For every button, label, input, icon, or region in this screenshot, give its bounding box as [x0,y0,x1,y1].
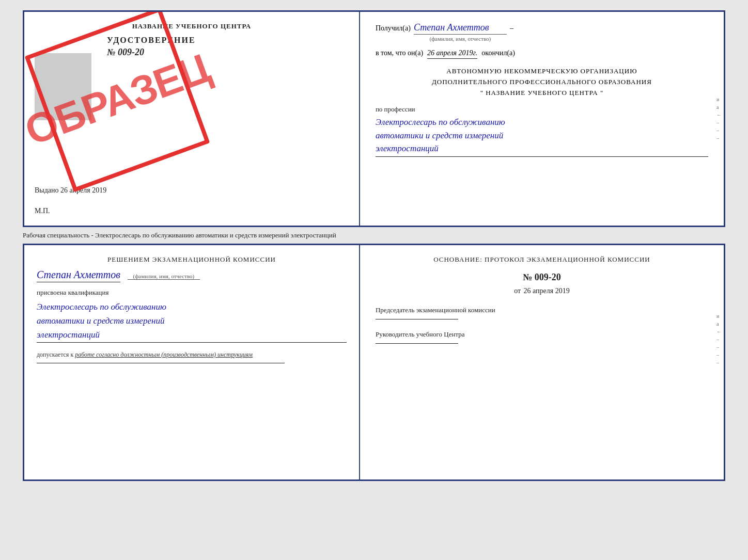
org-line2: ДОПОЛНИТЕЛЬНОГО ПРОФЕССИОНАЛЬНОГО ОБРАЗО… [376,77,708,88]
allowed-block: допускается к работе согласно должностны… [37,351,347,359]
qualification-label: присвоена квалификация [37,289,347,297]
bottom-right-panel: Основание: протокол экзаменационной коми… [360,245,724,479]
protocol-date-prefix: от [514,287,521,295]
protocol-date-value: 26 апреля 2019 [524,287,570,295]
basis-title: Основание: протокол экзаменационной коми… [376,255,708,264]
date-value: 26 апреля 2019г. [427,49,477,59]
person-name-block: Степан Ахметтов (фамилия, имя, отчество) [37,269,347,283]
fio-label-top: (фамилия, имя, отчество) [414,36,507,42]
top-right-panel: Получил(а) Степан Ахметтов (фамилия, имя… [360,12,724,226]
side-marks-bottom: и а ← – – – – [716,313,724,365]
issued-label: Выдано [35,186,59,194]
org-line3: " НАЗВАНИЕ УЧЕБНОГО ЦЕНТРА " [376,88,708,99]
top-document: НАЗВАНИЕ УЧЕБНОГО ЦЕНТРА УДОСТОВЕРЕНИЕ №… [23,10,725,227]
issued-line: Выдано 26 апреля 2019 [35,186,106,195]
top-left-panel: НАЗВАНИЕ УЧЕБНОГО ЦЕНТРА УДОСТОВЕРЕНИЕ №… [24,12,360,226]
org-line1: АВТОНОМНУЮ НЕКОММЕРЧЕСКУЮ ОРГАНИЗАЦИЮ [376,66,708,77]
mp-line: М.П. [35,207,50,215]
fio-label-bottom: (фамилия, имя, отчество) [128,273,200,280]
cert-title-block: УДОСТОВЕРЕНИЕ № 009-20 [107,36,349,58]
allowed-text: работе согласно должностным (производств… [75,351,253,358]
issued-date: 26 апреля 2019 [60,186,106,194]
document-container: НАЗВАНИЕ УЧЕБНОГО ЦЕНТРА УДОСТОВЕРЕНИЕ №… [23,10,725,481]
received-name: Степан Ахметтов [414,22,507,35]
profession-label: по профессии [376,105,708,114]
profession-line1: Электрослесарь по обслуживанию [376,116,708,129]
person-name-large: Степан Ахметтов [37,269,120,282]
qual-line3: электростанций [37,328,347,342]
profession-line3: электростанций [376,142,708,155]
received-line: Получил(а) Степан Ахметтов (фамилия, имя… [376,22,708,42]
profession-value: Электрослесарь по обслуживанию автоматик… [376,116,708,157]
separator-text: Рабочая специальность - Электрослесарь п… [23,227,725,244]
commission-title: Решением экзаменационной комиссии [37,255,347,264]
director-title: Руководитель учебного Центра [376,330,708,339]
protocol-date: от 26 апреля 2019 [376,287,708,295]
org-block: АВТОНОМНУЮ НЕКОММЕРЧЕСКУЮ ОРГАНИЗАЦИЮ ДО… [376,66,708,98]
allowed-prefix: допускается к [37,351,73,358]
qual-line2: автоматики и средств измерений [37,314,347,328]
bottom-document: Решением экзаменационной комиссии Степан… [23,244,725,481]
director-signature-line [376,343,458,344]
received-label: Получил(а) [376,24,411,33]
cert-number: № 009-20 [107,47,349,58]
date-suffix: окончил(а) [481,49,515,57]
profession-line2: автоматики и средств измерений [376,129,708,142]
cert-title: УДОСТОВЕРЕНИЕ [107,36,349,45]
side-marks-top: и а ← – – – [716,97,724,141]
signature-line-bottom [37,363,285,363]
bottom-left-panel: Решением экзаменационной комиссии Степан… [24,245,360,479]
chairman-signature-line [376,319,458,319]
photo-placeholder [35,53,91,120]
chairman-title: Председатель экзаменационной комиссии [376,306,708,315]
qual-line1: Электрослесарь по обслуживанию [37,300,347,314]
date-prefix: в том, что он(а) [376,49,423,57]
date-line: в том, что он(а) 26 апреля 2019г. окончи… [376,49,708,59]
qualification-value: Электрослесарь по обслуживанию автоматик… [37,300,347,343]
protocol-number: № 009-20 [376,272,708,283]
school-name-top: НАЗВАНИЕ УЧЕБНОГО ЦЕНТРА [35,22,349,30]
